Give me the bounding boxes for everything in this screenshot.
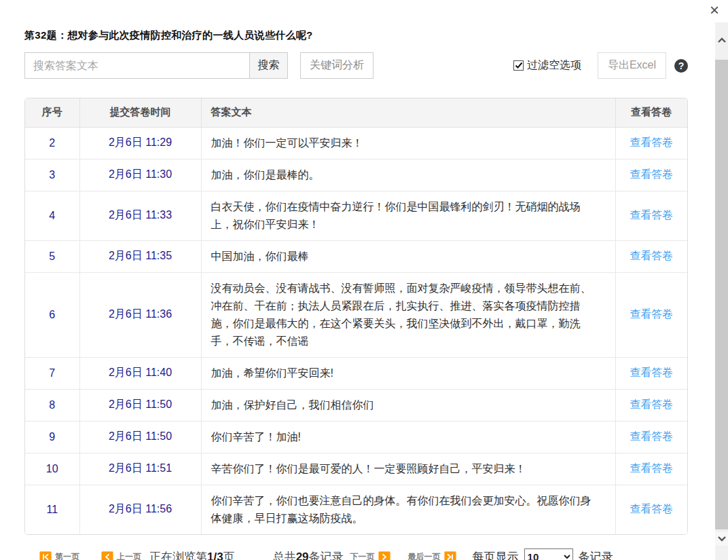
row-number: 9 (25, 421, 79, 453)
row-number: 10 (25, 453, 79, 485)
view-answer-link[interactable]: 查看答卷 (630, 367, 673, 378)
row-answer-text: 加油，你们是最棒的。 (201, 159, 615, 191)
answers-table: 序号 提交答卷时间 答案文本 查看答卷 2 2月6日 11:29 加油！你们一定… (24, 98, 688, 535)
row-submit-time: 2月6日 11:50 (79, 389, 201, 421)
next-page-button[interactable]: 下一页 (350, 551, 390, 560)
row-answer-text: 加油！你们一定可以平安归来！ (201, 127, 615, 159)
row-submit-time: 2月6日 11:35 (79, 240, 201, 272)
row-submit-time: 2月6日 11:50 (79, 421, 201, 453)
view-answer-link[interactable]: 查看答卷 (630, 250, 673, 261)
prev-page-button[interactable]: 上一页 (101, 551, 141, 560)
view-answer-link[interactable]: 查看答卷 (630, 503, 673, 515)
filter-empty-label: 过滤空选项 (527, 58, 581, 73)
keyword-analysis-button[interactable]: 关键词分析 (300, 52, 374, 79)
per-page-control: 每页显示 10 条记录 (473, 548, 613, 560)
last-page-label: 最后一页 (408, 551, 441, 560)
filter-empty-checkbox[interactable] (513, 60, 524, 71)
prev-page-label: 上一页 (117, 551, 141, 560)
first-page-icon[interactable] (39, 551, 52, 560)
pagination-bar: 第一页 上一页 正在浏览第1/3页 总共29条记录 下一页 最后一页 每页显示 … (24, 548, 688, 560)
first-page-label: 第一页 (55, 551, 79, 560)
last-page-icon[interactable] (444, 551, 456, 560)
first-page-button[interactable]: 第一页 (39, 551, 79, 560)
row-number: 6 (25, 272, 79, 357)
row-number: 2 (25, 127, 79, 159)
next-page-icon[interactable] (378, 551, 390, 560)
browsing-status: 正在浏览第1/3页 (149, 549, 235, 560)
total-prefix: 总共 (273, 550, 296, 560)
per-page-select[interactable]: 10 (524, 548, 573, 560)
table-row: 10 2月6日 11:51 辛苦你们了！你们是最可爱的人！一定要照顾好自己，平安… (25, 453, 687, 485)
view-answer-link[interactable]: 查看答卷 (630, 462, 673, 474)
row-answer-text: 你们辛苦了，你们也要注意自己的身体。有你们在我们会更加安心。祝愿你们身体健康，早… (201, 485, 615, 534)
view-answer-link[interactable]: 查看答卷 (630, 308, 673, 320)
scrollbar-thumb[interactable] (715, 60, 728, 529)
column-header-view: 查看答卷 (615, 98, 687, 127)
row-submit-time: 2月6日 11:29 (79, 127, 201, 159)
view-answer-link[interactable]: 查看答卷 (630, 209, 673, 221)
search-button[interactable]: 搜索 (249, 52, 288, 79)
page-title: 第32题：想对参与此次疫情防控和治疗的一线人员说些什么呢? (24, 0, 688, 42)
row-number: 7 (25, 357, 79, 389)
export-excel-button[interactable]: 导出Excel (598, 52, 666, 79)
row-answer-text: 中国加油，你们最棒 (201, 240, 615, 272)
column-header-time: 提交答卷时间 (79, 98, 201, 127)
table-row: 6 2月6日 11:36 没有动员会、没有请战书、没有誓师照，面对复杂严峻疫情，… (25, 272, 687, 357)
table-row: 7 2月6日 11:40 加油，希望你们平安回来! 查看答卷 (25, 357, 687, 389)
row-answer-text: 加油，希望你们平安回来! (201, 357, 615, 389)
table-row: 4 2月6日 11:33 白衣天使，你们在疫情中奋力逆行！你们是中国最锋利的剑刃… (25, 191, 687, 240)
row-number: 11 (25, 485, 79, 534)
filter-empty-option[interactable]: 过滤空选项 (513, 58, 581, 73)
toolbar: 搜索 关键词分析 过滤空选项 导出Excel ? (24, 52, 688, 79)
table-row: 2 2月6日 11:29 加油！你们一定可以平安归来！ 查看答卷 (25, 127, 687, 159)
row-number: 5 (25, 240, 79, 272)
view-answer-link[interactable]: 查看答卷 (630, 430, 673, 442)
help-icon[interactable]: ? (674, 59, 688, 73)
view-answer-link[interactable]: 查看答卷 (630, 398, 673, 410)
browsing-prefix: 正在浏览第 (149, 550, 207, 560)
next-page-label: 下一页 (350, 551, 375, 560)
browsing-suffix: 页 (223, 550, 235, 560)
table-row: 3 2月6日 11:30 加油，你们是最棒的。 查看答卷 (25, 159, 687, 191)
per-page-suffix: 条记录 (579, 549, 613, 560)
table-header-row: 序号 提交答卷时间 答案文本 查看答卷 (25, 98, 687, 127)
scroll-down-icon[interactable] (715, 532, 728, 546)
row-number: 4 (25, 191, 79, 240)
total-suffix: 条记录 (309, 550, 344, 560)
column-header-answer: 答案文本 (201, 98, 615, 127)
scrollbar[interactable] (715, 22, 728, 560)
table-row: 9 2月6日 11:50 你们辛苦了！加油! 查看答卷 (25, 421, 687, 453)
column-header-index: 序号 (25, 98, 79, 127)
table-row: 5 2月6日 11:35 中国加油，你们最棒 查看答卷 (25, 240, 687, 272)
row-submit-time: 2月6日 11:33 (79, 191, 201, 240)
per-page-prefix: 每页显示 (473, 549, 519, 560)
row-submit-time: 2月6日 11:36 (79, 272, 201, 357)
last-page-button[interactable]: 最后一页 (408, 551, 456, 560)
row-number: 3 (25, 159, 79, 191)
scroll-up-icon[interactable] (715, 33, 728, 47)
view-answer-link[interactable]: 查看答卷 (630, 136, 673, 148)
search-input[interactable] (24, 52, 249, 79)
row-answer-text: 白衣天使，你们在疫情中奋力逆行！你们是中国最锋利的剑刃！无硝烟的战场上，祝你们平… (201, 191, 615, 240)
prev-page-icon[interactable] (101, 551, 113, 560)
row-submit-time: 2月6日 11:51 (79, 453, 201, 485)
row-answer-text: 你们辛苦了！加油! (201, 421, 615, 453)
table-row: 8 2月6日 11:50 加油，保护好自己，我们相信你们 查看答卷 (25, 389, 687, 421)
row-answer-text: 辛苦你们了！你们是最可爱的人！一定要照顾好自己，平安归来！ (201, 453, 615, 485)
row-submit-time: 2月6日 11:56 (79, 485, 201, 534)
view-answer-link[interactable]: 查看答卷 (630, 168, 673, 180)
browsing-page-value: 1/3 (207, 550, 223, 560)
row-submit-time: 2月6日 11:30 (79, 159, 201, 191)
close-icon[interactable]: × (705, 1, 724, 20)
row-submit-time: 2月6日 11:40 (79, 357, 201, 389)
row-number: 8 (25, 389, 79, 421)
row-answer-text: 加油，保护好自己，我们相信你们 (201, 389, 615, 421)
total-records: 总共29条记录 (273, 549, 344, 560)
total-count-value: 29 (296, 550, 309, 560)
row-answer-text: 没有动员会、没有请战书、没有誓师照，面对复杂严峻疫情，领导带头想在前、冲在前、干… (201, 272, 615, 357)
table-row: 11 2月6日 11:56 你们辛苦了，你们也要注意自己的身体。有你们在我们会更… (25, 485, 687, 534)
